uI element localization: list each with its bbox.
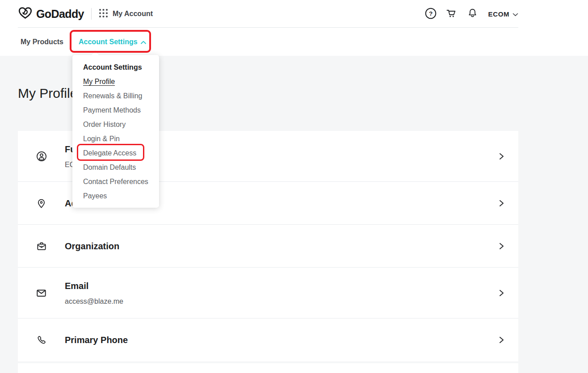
user-circle-icon	[18, 151, 65, 162]
dropdown-item-payees[interactable]: Payees	[72, 189, 159, 203]
row-title-primary-phone: Primary Phone	[65, 335, 497, 345]
bell-icon	[467, 8, 478, 20]
row-text: Email access@blaze.me	[65, 281, 497, 306]
next-section-card	[18, 363, 518, 373]
nav-my-products[interactable]: My Products	[21, 38, 63, 46]
header-divider	[91, 8, 92, 20]
row-subtitle-email: access@blaze.me	[65, 297, 497, 306]
dropdown-item-contact-preferences[interactable]: Contact Preferences	[72, 175, 159, 189]
dropdown-item-payment-methods[interactable]: Payment Methods	[72, 103, 159, 117]
apps-grid-icon	[99, 8, 108, 20]
godaddy-account-page: GoDaddy My Account ?	[0, 0, 588, 373]
profile-row-organization[interactable]: Organization	[18, 225, 518, 268]
row-text: Organization	[65, 241, 497, 251]
briefcase-icon	[18, 240, 65, 252]
help-icon: ?	[425, 8, 437, 21]
dropdown-item-login-pin[interactable]: Login & Pin	[72, 132, 159, 146]
cart-button[interactable]	[446, 8, 458, 20]
notifications-button[interactable]	[467, 8, 479, 20]
account-subnav: My Products Account Settings	[0, 28, 588, 56]
top-header: GoDaddy My Account ?	[0, 0, 588, 28]
mail-icon	[18, 287, 65, 299]
row-title-email: Email	[65, 281, 497, 291]
godaddy-logo[interactable]: GoDaddy	[18, 6, 84, 21]
dropdown-item-order-history[interactable]: Order History	[72, 117, 159, 132]
dropdown-item-renewals-billing[interactable]: Renewals & Billing	[72, 89, 159, 103]
dropdown-item-account-settings: Account Settings	[72, 60, 159, 75]
chevron-up-icon	[141, 38, 146, 46]
row-title-organization: Organization	[65, 241, 497, 251]
chevron-right-icon	[497, 335, 506, 344]
cart-icon	[446, 8, 457, 20]
account-settings-dropdown: Account Settings My Profile Renewals & B…	[72, 55, 159, 208]
nav-account-settings[interactable]: Account Settings	[79, 38, 146, 46]
chevron-right-icon	[497, 289, 506, 298]
chevron-right-icon	[497, 242, 506, 251]
chevron-down-icon	[512, 10, 518, 18]
dropdown-item-delegate-access[interactable]: Delegate Access	[72, 146, 159, 160]
chevron-right-icon	[497, 152, 506, 161]
nav-account-settings-label: Account Settings	[79, 38, 138, 46]
svg-text:?: ?	[428, 10, 432, 17]
my-account-label: My Account	[113, 10, 153, 18]
account-dropdown-trigger[interactable]: ECOM	[488, 10, 518, 18]
my-account-menu[interactable]: My Account	[99, 8, 153, 20]
header-left: GoDaddy My Account	[18, 6, 153, 21]
dropdown-item-my-profile[interactable]: My Profile	[72, 75, 159, 89]
row-text: Primary Phone	[65, 335, 497, 345]
dropdown-item-domain-defaults[interactable]: Domain Defaults	[72, 160, 159, 175]
header-right: ?	[416, 8, 518, 20]
map-pin-icon	[18, 197, 65, 209]
godaddy-heart-icon	[18, 6, 33, 21]
account-name: ECOM	[488, 10, 509, 18]
help-button[interactable]: ?	[425, 8, 437, 20]
profile-row-email[interactable]: Email access@blaze.me	[18, 268, 518, 319]
phone-icon	[18, 335, 65, 346]
profile-row-primary-phone[interactable]: Primary Phone	[18, 319, 518, 361]
chevron-right-icon	[497, 199, 506, 208]
godaddy-wordmark: GoDaddy	[36, 8, 84, 21]
